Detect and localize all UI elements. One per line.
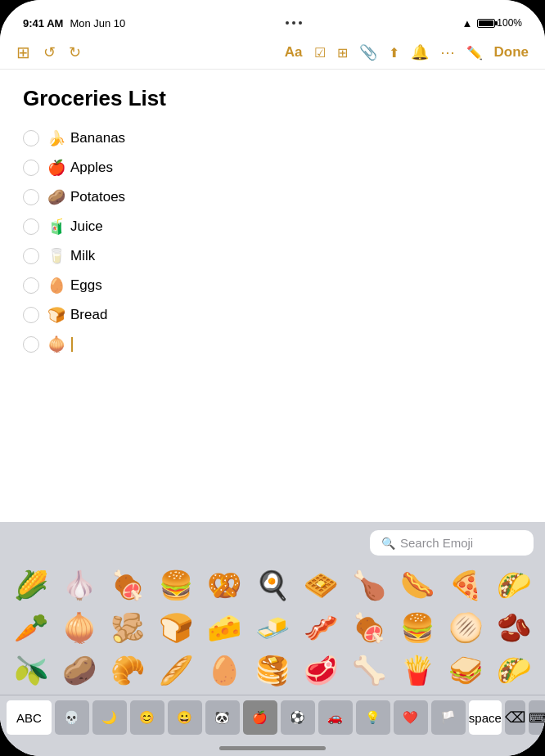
emoji-egg[interactable]: 🥚: [200, 649, 248, 691]
space-button[interactable]: space: [469, 700, 502, 735]
emoji-taco2[interactable]: 🌮: [490, 649, 538, 691]
emoji-drumstick[interactable]: 🍗: [345, 564, 394, 606]
item-text-7: 🍞 Bread: [47, 306, 107, 324]
emoji-baguette[interactable]: 🥖: [151, 649, 200, 691]
share-icon[interactable]: ⬆: [389, 45, 399, 61]
checkbox-3[interactable]: [23, 189, 39, 205]
emoji-steak[interactable]: 🥩: [297, 649, 345, 691]
checklist: 🍌 Bananas 🍎 Apples 🥔 Potatoes 🧃 Juice 🥛: [23, 124, 522, 358]
emoji-pizza[interactable]: 🍕: [442, 564, 490, 606]
item-text-2: 🍎 Apples: [47, 159, 113, 177]
face-emoji-category[interactable]: 😀: [168, 700, 202, 735]
emoji-olive[interactable]: 🫒: [7, 649, 55, 691]
battery-text: 100%: [497, 17, 522, 29]
emoji-burger[interactable]: 🍔: [151, 564, 200, 606]
item-text-1: 🍌 Bananas: [47, 129, 125, 147]
abc-button[interactable]: ABC: [7, 700, 52, 735]
emoji-butter[interactable]: 🧈: [248, 606, 296, 649]
done-button[interactable]: Done: [494, 44, 529, 61]
emoji-beans[interactable]: 🫘: [490, 606, 538, 649]
travel-emoji-category[interactable]: 🚗: [318, 700, 353, 735]
emoji-row-1: 🌽 🧄 🍖 🍔 🥨 🍳 🧇 🍗 🌭 🍕 🌮: [7, 564, 538, 606]
checkbox-8[interactable]: [23, 336, 39, 353]
checklist-icon[interactable]: ☑: [314, 45, 326, 61]
emoji-corn[interactable]: 🌽: [7, 564, 55, 606]
emoji-grid: 🌽 🧄 🍖 🍔 🥨 🍳 🧇 🍗 🌭 🍕 🌮 🥕 🧅 🫚: [0, 560, 545, 695]
list-item: 🧃 Juice: [23, 213, 522, 241]
emoji-meat[interactable]: 🍖: [103, 564, 151, 606]
emoji-search-field[interactable]: 🔍 Search Emoji: [370, 530, 534, 556]
list-item: 🍌 Bananas: [23, 124, 522, 152]
emoji-sandwich[interactable]: 🥪: [442, 649, 490, 691]
home-bar: [219, 746, 326, 750]
emoji-flatbread[interactable]: 🫓: [442, 606, 490, 649]
checkbox-5[interactable]: [23, 248, 39, 264]
flags-emoji-category[interactable]: 🏳️: [431, 700, 466, 735]
status-right: ▲ 100%: [462, 17, 522, 29]
home-indicator: [0, 740, 545, 756]
checkbox-7[interactable]: [23, 307, 39, 323]
sidebar-toggle-icon[interactable]: ⊞: [16, 43, 30, 62]
alert-icon[interactable]: 🔔: [411, 43, 429, 61]
emoji-pan[interactable]: 🍳: [248, 564, 296, 606]
list-item: 🍞 Bread: [23, 301, 522, 329]
item-text-4: 🧃 Juice: [47, 218, 103, 236]
item-text-6: 🥚 Eggs: [47, 277, 102, 295]
redo-icon[interactable]: ↻: [69, 43, 81, 61]
sports-emoji-category[interactable]: ⚽: [281, 700, 315, 735]
checkbox-2[interactable]: [23, 160, 39, 176]
delete-button[interactable]: ⌫: [505, 700, 525, 735]
mention-icon[interactable]: ⋯: [440, 43, 455, 61]
format-text-icon[interactable]: Aa: [285, 44, 303, 61]
emoji-hotdog[interactable]: 🌭: [394, 564, 442, 606]
list-item: 🍎 Apples: [23, 154, 522, 182]
emoji-bread[interactable]: 🍞: [151, 606, 200, 649]
attachment-icon[interactable]: 📎: [359, 43, 377, 61]
emoji-pretzel[interactable]: 🥨: [200, 564, 248, 606]
keyboard-toggle-button[interactable]: ⌨: [529, 700, 545, 735]
emoji-keyboard: 🔍 Search Emoji 🌽 🧄 🍖 🍔 🥨 🍳 🧇 🍗 🌭: [0, 522, 545, 756]
emoji-fries[interactable]: 🍟: [394, 649, 442, 691]
keyboard-bottom-bar: ABC 💀 🌙 😊 😀 🐼 🍎 ⚽ 🚗 💡 ❤️ 🏳️ space ⌫ ⌨: [0, 695, 545, 740]
emoji-carrot[interactable]: 🥕: [7, 606, 55, 649]
emoji-ginger[interactable]: 🫚: [103, 606, 151, 649]
symbols-emoji-category[interactable]: ❤️: [394, 700, 428, 735]
battery-icon: 100%: [477, 17, 522, 29]
emoji-row-2: 🥕 🧅 🫚 🍞 🧀 🧈 🥓 🍖 🍔 🫓 🫘: [7, 606, 538, 649]
list-item-active: 🧅: [23, 331, 522, 358]
dot2: [292, 21, 295, 25]
emoji-waffle[interactable]: 🧇: [297, 564, 345, 606]
list-item: 🥛 Milk: [23, 242, 522, 270]
objects-emoji-category[interactable]: 💡: [356, 700, 390, 735]
smiley-emoji-category[interactable]: 😊: [130, 700, 164, 735]
item-text-3: 🥔 Potatoes: [47, 188, 125, 206]
undo-icon[interactable]: ↺: [43, 43, 56, 61]
dot3: [299, 21, 302, 25]
emoji-ribs[interactable]: 🍖: [345, 606, 394, 649]
emoji-garlic[interactable]: 🧄: [55, 564, 103, 606]
skull-emoji-category[interactable]: 💀: [55, 700, 89, 735]
table-icon[interactable]: ⊞: [337, 45, 348, 61]
emoji-onion[interactable]: 🧅: [55, 606, 103, 649]
emoji-bone[interactable]: 🦴: [345, 649, 394, 691]
emoji-taco[interactable]: 🌮: [490, 564, 538, 606]
emoji-pancakes[interactable]: 🥞: [248, 649, 296, 691]
wifi-icon: ▲: [462, 17, 472, 29]
checkbox-1[interactable]: [23, 130, 39, 146]
compose-icon[interactable]: ✏️: [466, 45, 483, 61]
dot1: [286, 21, 289, 25]
search-placeholder: Search Emoji: [400, 536, 473, 550]
status-time: 9:41 AM: [23, 17, 63, 29]
emoji-hamburger[interactable]: 🍔: [394, 606, 442, 649]
panda-emoji-category[interactable]: 🐼: [205, 700, 240, 735]
emoji-bacon[interactable]: 🥓: [297, 606, 345, 649]
moon-emoji-category[interactable]: 🌙: [92, 700, 127, 735]
emoji-croissant[interactable]: 🥐: [103, 649, 151, 691]
status-bar: 9:41 AM Mon Jun 10 ▲ 100%: [0, 0, 545, 36]
checkbox-4[interactable]: [23, 218, 39, 235]
emoji-cheese[interactable]: 🧀: [200, 606, 248, 649]
food-emoji-category[interactable]: 🍎: [243, 700, 277, 735]
emoji-potato[interactable]: 🥔: [55, 649, 103, 691]
checkbox-6[interactable]: [23, 277, 39, 294]
emoji-row-3: 🫒 🥔 🥐 🥖 🥚 🥞 🥩 🦴 🍟 🥪 🌮: [7, 649, 538, 691]
